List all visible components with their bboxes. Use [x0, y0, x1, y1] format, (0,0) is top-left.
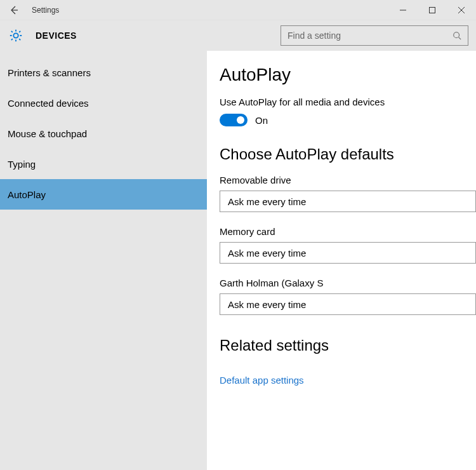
- close-button[interactable]: [447, 0, 476, 20]
- titlebar: Settings: [0, 0, 476, 20]
- sidebar-item-label: Connected devices: [8, 98, 89, 109]
- field-label-device-galaxy: Garth Holman (Galaxy S: [220, 278, 476, 288]
- svg-rect-0: [430, 7, 435, 13]
- search-icon: [453, 31, 461, 40]
- minimize-icon: [400, 7, 406, 13]
- sidebar-item-label: Printers & scanners: [8, 67, 91, 78]
- select-device-galaxy[interactable]: Ask me every time: [220, 293, 476, 315]
- field-label-removable-drive: Removable drive: [220, 175, 476, 185]
- select-value: Ask me every time: [228, 299, 306, 310]
- back-arrow-icon: [9, 5, 19, 15]
- main-content: AutoPlay Use AutoPlay for all media and …: [207, 51, 476, 470]
- select-memory-card[interactable]: Ask me every time: [220, 242, 476, 264]
- gear-icon: [9, 29, 23, 43]
- toggle-state: On: [255, 115, 268, 126]
- sidebar: Printers & scanners Connected devices Mo…: [0, 51, 207, 470]
- svg-point-1: [454, 32, 459, 38]
- sidebar-item-label: Typing: [8, 159, 36, 170]
- back-button[interactable]: [0, 0, 28, 20]
- window-title: Settings: [32, 6, 59, 15]
- minimize-button[interactable]: [388, 0, 418, 20]
- sidebar-item-label: Mouse & touchpad: [8, 128, 87, 139]
- sidebar-item-label: AutoPlay: [8, 189, 46, 200]
- sidebar-item-autoplay[interactable]: AutoPlay: [0, 179, 207, 210]
- autoplay-toggle[interactable]: [220, 114, 248, 126]
- maximize-button[interactable]: [418, 0, 447, 20]
- maximize-icon: [429, 7, 435, 13]
- section-title: DEVICES: [36, 30, 77, 41]
- sidebar-item-mouse-touchpad[interactable]: Mouse & touchpad: [0, 118, 207, 149]
- search-box[interactable]: [281, 25, 468, 46]
- search-input[interactable]: [288, 30, 453, 41]
- field-label-memory-card: Memory card: [220, 226, 476, 237]
- select-value: Ask me every time: [228, 196, 306, 207]
- select-value: Ask me every time: [228, 248, 306, 258]
- close-icon: [458, 7, 465, 13]
- sidebar-item-connected-devices[interactable]: Connected devices: [0, 88, 207, 118]
- select-removable-drive[interactable]: Ask me every time: [220, 191, 476, 212]
- toggle-knob: [237, 116, 244, 124]
- header-bar: DEVICES: [0, 20, 476, 51]
- link-default-app-settings[interactable]: Default app settings: [220, 375, 304, 386]
- sidebar-item-typing[interactable]: Typing: [0, 149, 207, 179]
- defaults-title: Choose AutoPlay defaults: [220, 145, 476, 163]
- sidebar-item-printers-scanners[interactable]: Printers & scanners: [0, 57, 207, 88]
- toggle-label: Use AutoPlay for all media and devices: [220, 97, 476, 107]
- related-title: Related settings: [220, 337, 476, 354]
- page-title: AutoPlay: [220, 65, 476, 85]
